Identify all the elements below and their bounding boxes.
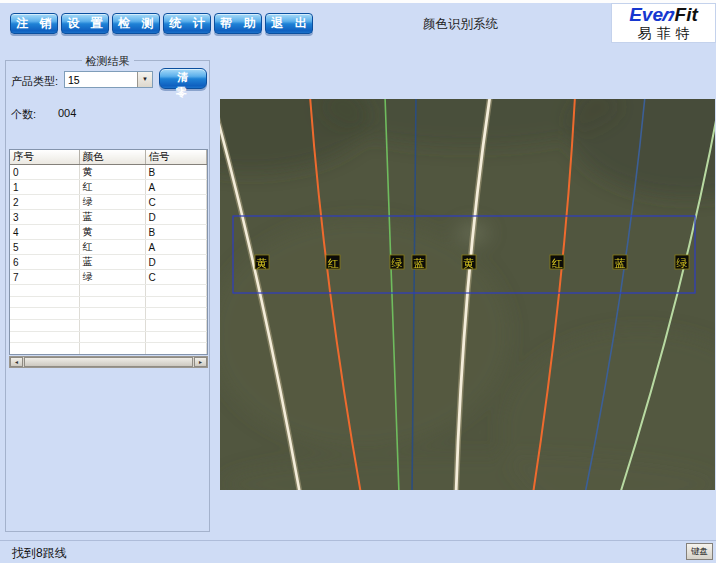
blue-wire-1-label: 蓝 [414,257,425,269]
detection-results-panel: 检测结果 产品类型: 15 ▼ 清 零 个数: 004 序号颜色信号 0黄B1红… [5,60,210,532]
table-empty-row[interactable] [10,320,207,332]
table-cell [79,285,145,297]
table-cell [145,296,207,308]
table-cell: B [145,165,207,180]
green-wire-1-label: 绿 [391,257,403,269]
results-table: 序号颜色信号 0黄B1红A2绿C3蓝D4黄B5红A6蓝D7绿C [10,150,207,355]
table-cell [79,331,145,343]
table-empty-row[interactable] [10,331,207,343]
column-header[interactable]: 颜色 [79,150,145,165]
keyboard-button[interactable]: 键盘 [686,543,713,560]
red-wire-1-label: 红 [328,257,339,269]
table-cell [145,308,207,320]
table-cell [79,320,145,332]
toolbar: 注 销设 置检 测统 计帮 助退 出 [10,13,313,34]
exit-button[interactable]: 退 出 [265,13,313,34]
table-cell: 红 [79,240,145,255]
product-type-select[interactable]: 15 ▼ [64,71,153,88]
count-value: 004 [58,107,76,119]
table-cell: 绿 [79,270,145,285]
column-header[interactable]: 信号 [145,150,207,165]
table-cell [79,343,145,355]
evenfit-logo: EvenFit 易菲特 [611,3,716,43]
table-cell [10,343,79,355]
table-cell [79,308,145,320]
table-row[interactable]: 5红A [10,240,207,255]
table-cell [10,285,79,297]
count-label: 个数: [11,107,36,122]
camera-image: 黄红绿蓝黄红蓝绿 [220,99,715,490]
app-title: 颜色识别系统 [423,16,498,33]
yellow-wire-2-label: 黄 [464,257,475,269]
table-cell: D [145,210,207,225]
table-cell [79,296,145,308]
table-empty-row[interactable] [10,343,207,355]
yellow-wire-1-label: 黄 [257,257,268,269]
table-cell: C [145,195,207,210]
logo-fit: Fit [675,4,698,25]
table-cell: A [145,240,207,255]
table-cell [145,331,207,343]
table-cell: 7 [10,270,79,285]
table-cell [145,320,207,332]
scrollbar-thumb[interactable] [24,357,193,367]
table-row[interactable]: 4黄B [10,225,207,240]
table-empty-row[interactable] [10,285,207,297]
statistics-button[interactable]: 统 计 [163,13,211,34]
clear-button[interactable]: 清 零 [159,68,207,89]
scroll-left-icon[interactable]: ◄ [10,357,23,367]
help-button[interactable]: 帮 助 [214,13,262,34]
table-cell: 绿 [79,195,145,210]
table-cell: 1 [10,180,79,195]
table-cell: 蓝 [79,210,145,225]
green-wire-2-label: 绿 [676,257,688,269]
status-message: 找到8跟线 [12,545,67,562]
table-cell: 黄 [79,165,145,180]
status-bar: 找到8跟线 键盘 [0,540,716,563]
detect-button[interactable]: 检 测 [112,13,160,34]
combo-dropdown-icon[interactable]: ▼ [137,72,152,87]
table-row[interactable]: 6蓝D [10,255,207,270]
logo-subtitle: 易菲特 [612,26,715,40]
window-top-edge [0,0,716,3]
table-row[interactable]: 1红A [10,180,207,195]
logo-eve: Eve [629,4,663,25]
table-cell: 6 [10,255,79,270]
table-cell: 黄 [79,225,145,240]
table-row[interactable]: 0黄B [10,165,207,180]
table-cell: 红 [79,180,145,195]
logout-button[interactable]: 注 销 [10,13,58,34]
table-hscrollbar[interactable]: ◄ ► [9,356,208,368]
table-cell: 4 [10,225,79,240]
table-empty-row[interactable] [10,296,207,308]
logo-wordmark: EvenFit [612,5,715,24]
table-cell: B [145,225,207,240]
table-cell [10,296,79,308]
table-cell [145,285,207,297]
table-cell [145,343,207,355]
table-row[interactable]: 3蓝D [10,210,207,225]
red-wire-2-label: 红 [552,257,563,269]
table-empty-row[interactable] [10,308,207,320]
panel-title: 检测结果 [82,54,134,69]
table-row[interactable]: 7绿C [10,270,207,285]
column-header[interactable]: 序号 [10,150,79,165]
table-cell: 蓝 [79,255,145,270]
app-window: 注 销设 置检 测统 计帮 助退 出 颜色识别系统 EvenFit 易菲特 检测… [0,3,716,559]
table-cell [10,308,79,320]
table-cell: 0 [10,165,79,180]
camera-view: 黄红绿蓝黄红蓝绿 [220,99,715,490]
table-cell: 3 [10,210,79,225]
table-cell: A [145,180,207,195]
table-cell: 2 [10,195,79,210]
table-row[interactable]: 2绿C [10,195,207,210]
settings-button[interactable]: 设 置 [61,13,109,34]
table-header-row: 序号颜色信号 [10,150,207,165]
table-cell [10,331,79,343]
product-type-label: 产品类型: [11,74,58,89]
scroll-right-icon[interactable]: ► [194,357,207,367]
table-cell: D [145,255,207,270]
table-cell: C [145,270,207,285]
table-cell: 5 [10,240,79,255]
product-type-value: 15 [68,74,80,86]
